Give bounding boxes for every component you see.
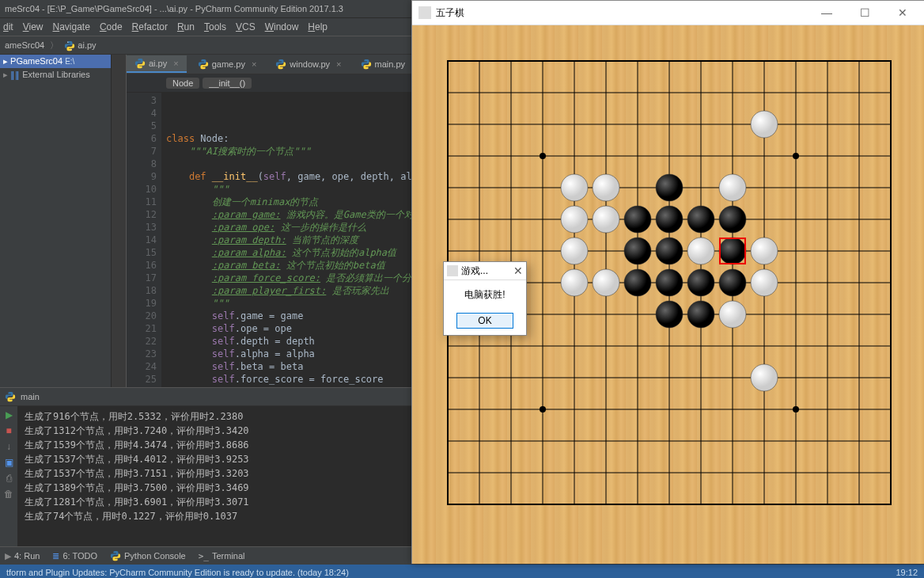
run-config-name[interactable]: main (21, 392, 40, 401)
svg-point-41 (719, 174, 746, 201)
menu-vcs[interactable]: VCS (236, 21, 256, 32)
status-bar: tform and Plugin Updates: PyCharm Commun… (0, 565, 924, 578)
minimize-button[interactable]: — (811, 6, 843, 19)
svg-point-39 (561, 174, 588, 201)
menu-help[interactable]: Help (308, 21, 328, 32)
dialog-icon (447, 265, 458, 276)
stop-icon[interactable]: ■ (6, 425, 11, 436)
svg-point-0 (67, 42, 68, 43)
gutter-strip (112, 55, 127, 387)
close-tab-icon[interactable]: × (336, 59, 341, 69)
svg-point-50 (719, 301, 746, 328)
tab-run[interactable]: ▶ 4: Run (5, 551, 40, 561)
svg-point-56 (719, 206, 746, 233)
svg-point-65 (687, 301, 714, 328)
gomoku-title-text: 五子棋 (436, 6, 464, 20)
close-tab-icon[interactable]: × (252, 59, 256, 69)
menu-run[interactable]: Run (177, 21, 195, 32)
ok-button[interactable]: OK (456, 313, 513, 329)
svg-point-35 (540, 406, 546, 413)
menu-code[interactable]: Code (100, 21, 123, 32)
menu-navigate[interactable]: Navigate (53, 21, 90, 32)
svg-point-54 (656, 206, 683, 233)
menu-window[interactable]: Window (265, 21, 299, 32)
tab-window-py[interactable]: window.py× (267, 56, 349, 72)
svg-point-40 (593, 174, 619, 201)
tab-terminal[interactable]: >_ Terminal (199, 551, 245, 561)
svg-point-57 (624, 238, 651, 264)
svg-point-59 (719, 238, 746, 264)
layout-icon[interactable]: ▣ (5, 457, 13, 468)
python-icon (64, 40, 75, 51)
svg-point-46 (751, 238, 778, 264)
svg-point-36 (793, 406, 799, 413)
dialog-title: 游戏... (461, 264, 488, 278)
svg-point-62 (687, 269, 714, 296)
breadcrumb-root[interactable]: ameSrc04 (5, 40, 44, 50)
run-gutter: ▶ ■ ↓ ▣ ⎙ 🗑 (0, 406, 18, 546)
line-numbers: 345678910111213141516171819202122232425 (127, 93, 161, 387)
svg-point-48 (593, 269, 619, 296)
svg-point-42 (561, 206, 588, 233)
menu-dit[interactable]: dit (3, 21, 13, 32)
menu-view[interactable]: View (23, 21, 44, 32)
tab-game-py[interactable]: game.py× (190, 56, 265, 72)
dialog-titlebar[interactable]: 游戏... ✕ (444, 262, 526, 280)
svg-point-49 (751, 269, 778, 296)
method-chip[interactable]: __init__() (203, 78, 252, 89)
svg-point-64 (656, 301, 683, 328)
project-root[interactable]: ▸ PGameSrc04 E:\ (0, 55, 111, 68)
svg-point-63 (719, 269, 746, 296)
svg-point-34 (793, 153, 799, 159)
svg-point-60 (624, 269, 651, 296)
menu-refactor[interactable]: Refactor (132, 21, 168, 32)
gomoku-titlebar[interactable]: 五子棋 — ☐ ✕ (412, 1, 924, 25)
svg-point-33 (540, 153, 546, 159)
breadcrumb-file[interactable]: ai.py (78, 40, 96, 50)
rerun-icon[interactable]: ▶ (6, 409, 13, 420)
project-sidebar: ▸ PGameSrc04 E:\ ▸ ‖‖ External Libraries (0, 55, 112, 387)
svg-point-44 (561, 238, 588, 264)
svg-point-38 (751, 111, 778, 138)
tab-ai-py[interactable]: ai.py× (127, 55, 187, 73)
svg-point-53 (624, 206, 651, 233)
svg-point-51 (751, 364, 778, 391)
svg-point-61 (656, 269, 683, 296)
python-icon (5, 391, 16, 402)
external-libraries[interactable]: ▸ ‖‖ External Libraries (0, 68, 111, 82)
svg-point-47 (561, 269, 588, 296)
status-time: 19:12 (896, 568, 918, 577)
menu-tools[interactable]: Tools (204, 21, 226, 32)
svg-point-1 (71, 49, 72, 50)
tab-todo[interactable]: ≣ 6: TODO (52, 551, 97, 561)
trash-icon[interactable]: 🗑 (4, 489, 13, 500)
svg-point-55 (687, 206, 714, 233)
app-icon (418, 6, 431, 19)
status-message[interactable]: tform and Plugin Updates: PyCharm Commun… (6, 568, 349, 577)
chevron-right-icon: 〉 (50, 40, 59, 50)
close-icon[interactable]: ✕ (513, 264, 523, 277)
tab-python-console[interactable]: Python Console (110, 550, 186, 561)
svg-point-43 (593, 206, 619, 233)
svg-point-45 (687, 238, 714, 264)
pin-icon[interactable]: ⎙ (6, 473, 12, 484)
close-button[interactable]: ✕ (887, 6, 918, 19)
svg-point-58 (656, 238, 683, 264)
svg-point-52 (656, 174, 683, 201)
down-icon[interactable]: ↓ (6, 441, 11, 452)
class-chip[interactable]: Node (166, 78, 199, 89)
maximize-button[interactable]: ☐ (849, 6, 880, 19)
dialog-body: 电脑获胜! (444, 280, 526, 310)
game-result-dialog: 游戏... ✕ 电脑获胜! OK (443, 261, 527, 336)
close-tab-icon[interactable]: × (173, 59, 178, 68)
